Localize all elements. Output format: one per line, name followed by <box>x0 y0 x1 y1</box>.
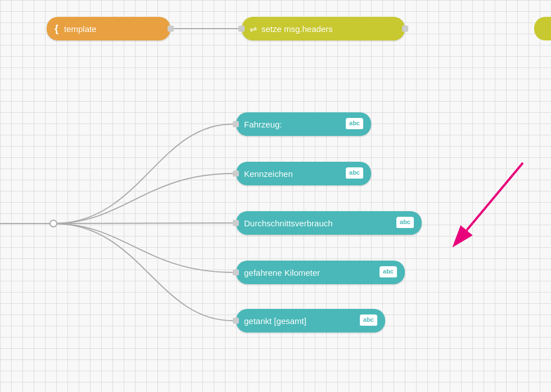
template-label: template <box>64 24 97 34</box>
setze-icon: ⇌ <box>250 24 257 34</box>
template-node[interactable]: { template <box>47 17 170 40</box>
getankt-port-left[interactable] <box>233 318 239 324</box>
kilometer-badge: abc <box>380 266 397 278</box>
fahrzeug-label: Fahrzeug: <box>244 120 282 129</box>
kilometer-node[interactable]: gefahrene Kilometer abc <box>236 261 405 284</box>
kilometer-label: gefahrene Kilometer <box>244 268 320 277</box>
kennzeichen-label: Kennzeichen <box>244 169 293 179</box>
template-icon: { <box>55 23 58 35</box>
durchschnitt-port-left[interactable] <box>233 220 239 226</box>
junction-point <box>49 220 57 227</box>
template-port-right[interactable] <box>168 26 174 32</box>
kennzeichen-node[interactable]: Kennzeichen abc <box>236 162 371 185</box>
setze-label: setze msg.headers <box>261 24 333 34</box>
fahrzeug-port-left[interactable] <box>233 121 239 127</box>
kilometer-port-left[interactable] <box>233 270 239 276</box>
setze-node[interactable]: ⇌ setze msg.headers <box>242 17 405 40</box>
canvas-background <box>0 0 551 392</box>
kennzeichen-badge: abc <box>346 167 363 179</box>
setze-port-left[interactable] <box>238 26 245 32</box>
durchschnitt-node[interactable]: Durchschnittsverbrauch abc <box>236 211 422 235</box>
getankt-node[interactable]: getankt [gesamt] abc <box>236 309 385 332</box>
getankt-label: getankt [gesamt] <box>244 316 306 326</box>
durchschnitt-badge: abc <box>396 217 414 229</box>
setze-port-right[interactable] <box>402 26 408 32</box>
partial-node-right <box>534 17 551 40</box>
kennzeichen-port-left[interactable] <box>233 171 239 177</box>
getankt-badge: abc <box>360 314 377 326</box>
fahrzeug-node[interactable]: Fahrzeug: abc <box>236 112 371 136</box>
fahrzeug-badge: abc <box>346 118 363 130</box>
durchschnitt-label: Durchschnittsverbrauch <box>244 218 333 228</box>
